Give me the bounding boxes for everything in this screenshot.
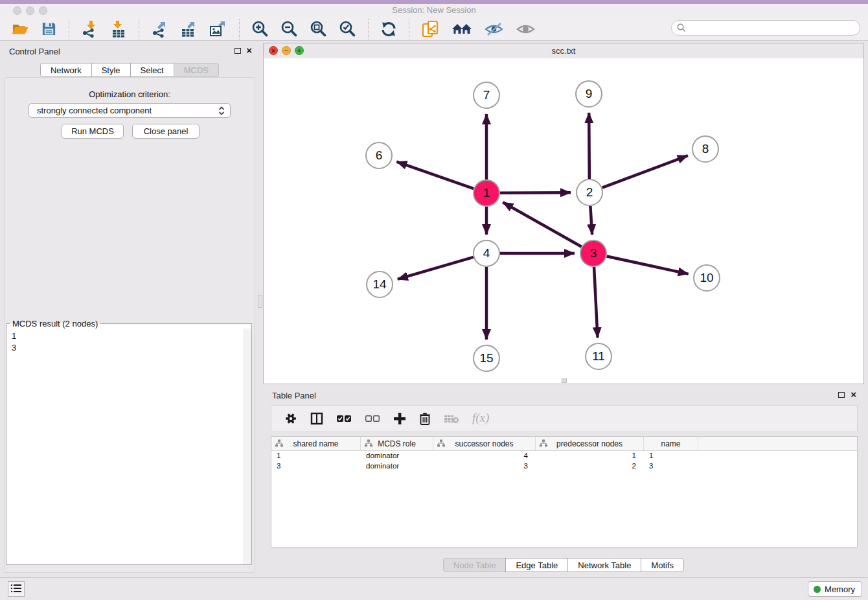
search-input[interactable] xyxy=(671,20,860,36)
graph-edge-3-11[interactable] xyxy=(594,267,597,338)
graph-node-8[interactable]: 8 xyxy=(692,135,719,163)
float-panel-icon[interactable] xyxy=(838,392,845,398)
add-column-button[interactable] xyxy=(392,411,407,426)
control-tab-mcds[interactable]: MCDS xyxy=(174,63,219,77)
panel-splitter-handle[interactable] xyxy=(258,295,262,308)
column-header-predecessor-nodes[interactable]: predecessor nodes xyxy=(536,437,644,450)
graph-edge-2-9[interactable] xyxy=(589,113,589,179)
column-header-shared-name[interactable]: shared name xyxy=(271,437,361,450)
apply-layout-button[interactable] xyxy=(378,19,400,39)
optimization-criterion-select[interactable]: strongly connected component xyxy=(29,103,231,118)
memory-button[interactable]: Memory xyxy=(808,581,862,597)
table-tab-motifs[interactable]: Motifs xyxy=(641,558,684,572)
table-tab-network-table[interactable]: Network Table xyxy=(567,558,641,572)
export-table-icon xyxy=(180,30,198,40)
close-panel-icon[interactable]: × xyxy=(851,389,856,400)
application-window: Session: New Session Control Panel xyxy=(0,0,868,600)
run-mcds-button[interactable]: Run MCDS xyxy=(62,124,124,139)
memory-label: Memory xyxy=(825,584,855,594)
delete-columns-button[interactable] xyxy=(418,411,432,426)
graph-node-7[interactable]: 7 xyxy=(473,82,500,109)
table-toolbar: f(x) xyxy=(271,405,858,432)
float-panel-icon[interactable] xyxy=(234,48,241,54)
control-panel: Control Panel × NetworkStyleSelectMCDS O… xyxy=(0,43,259,577)
result-scrollbar[interactable] xyxy=(244,329,251,564)
graph-edge-4-14[interactable] xyxy=(398,257,474,279)
select-all-button[interactable] xyxy=(335,413,353,424)
clone-network-button[interactable] xyxy=(418,18,442,40)
select-stepper-icon xyxy=(218,105,225,117)
cell-shared-name: 3 xyxy=(271,461,361,472)
graph-node-10[interactable]: 10 xyxy=(693,264,720,292)
graph-node-6[interactable]: 6 xyxy=(365,142,393,169)
show-all-button[interactable] xyxy=(513,20,538,38)
control-tab-network[interactable]: Network xyxy=(40,63,92,77)
hide-selected-button[interactable] xyxy=(481,20,507,38)
network-resize-handle[interactable] xyxy=(562,378,567,383)
graph-node-4[interactable]: 4 xyxy=(473,240,500,267)
column-label: successor nodes xyxy=(455,439,513,448)
graph-node-11[interactable]: 11 xyxy=(585,343,612,370)
save-session-button[interactable] xyxy=(38,19,60,38)
import-table-button[interactable] xyxy=(108,19,130,40)
column-header-name[interactable]: name xyxy=(644,437,698,450)
zoom-in-icon xyxy=(251,30,269,40)
close-panel-button[interactable]: Close panel xyxy=(132,124,200,139)
mcds-result-area[interactable]: 1 3 xyxy=(6,329,251,564)
network-canvas[interactable]: 1234678910111415 xyxy=(264,58,863,384)
cell-predecessor-nodes: 2 xyxy=(536,461,644,472)
table-row[interactable]: 3dominator323 xyxy=(271,461,857,472)
cell-name: 1 xyxy=(644,451,698,461)
graph-edge-2-8[interactable] xyxy=(602,156,688,187)
graph-node-15[interactable]: 15 xyxy=(473,345,500,372)
node-table: shared nameMCDS rolesuccessor nodesprede… xyxy=(271,436,858,548)
fit-content-button[interactable] xyxy=(307,19,330,39)
column-label: name xyxy=(661,439,680,448)
show-columns-button[interactable] xyxy=(309,411,325,426)
hierarchy-icon xyxy=(275,439,283,447)
graph-node-2[interactable]: 2 xyxy=(576,179,603,206)
zoom-in-button[interactable] xyxy=(249,19,271,39)
graph-node-14[interactable]: 14 xyxy=(366,271,393,298)
export-network-button[interactable] xyxy=(148,19,171,40)
graph-edge-3-1[interactable] xyxy=(503,202,581,246)
import-network-button[interactable] xyxy=(78,19,101,40)
graph-edge-1-2[interactable] xyxy=(500,192,571,193)
control-tab-select[interactable]: Select xyxy=(130,63,174,77)
delete-table-button[interactable] xyxy=(442,412,461,426)
graph-node-9[interactable]: 9 xyxy=(575,80,602,108)
graph-edges-layer xyxy=(264,58,863,384)
deselect-all-button[interactable] xyxy=(363,413,382,424)
task-history-button[interactable] xyxy=(8,581,25,597)
first-neighbors-button[interactable] xyxy=(449,19,475,39)
export-table-button[interactable] xyxy=(177,19,200,40)
table-tab-edge-table[interactable]: Edge Table xyxy=(505,558,568,572)
toolbar-separator xyxy=(139,19,139,40)
zoom-selected-icon xyxy=(339,30,356,40)
table-settings-button[interactable] xyxy=(283,411,299,426)
eye-slash-icon xyxy=(484,29,504,39)
export-image-button[interactable] xyxy=(207,19,230,40)
optimization-criterion-label: Optimization criterion: xyxy=(5,89,255,99)
column-header-mcds-role[interactable]: MCDS role xyxy=(361,437,433,450)
graph-node-3[interactable]: 3 xyxy=(580,240,607,267)
toolbar-separator xyxy=(368,19,369,40)
cell-predecessor-nodes: 1 xyxy=(536,451,644,461)
unchecked-boxes-icon xyxy=(365,415,380,425)
table-tab-node-table[interactable]: Node Table xyxy=(443,558,507,572)
graph-node-1[interactable]: 1 xyxy=(473,179,500,207)
import-network-icon xyxy=(81,30,98,40)
zoom-out-button[interactable] xyxy=(278,19,301,39)
fx-icon: f(x) xyxy=(472,411,489,424)
graph-edge-1-6[interactable] xyxy=(396,162,474,189)
graph-edge-3-10[interactable] xyxy=(607,256,689,273)
equation-builder-button[interactable]: f(x) xyxy=(471,417,490,421)
control-tab-style[interactable]: Style xyxy=(91,63,131,77)
open-session-button[interactable] xyxy=(8,19,32,39)
column-header-successor-nodes[interactable]: successor nodes xyxy=(433,437,536,450)
zoom-selected-button[interactable] xyxy=(336,19,359,39)
close-panel-icon[interactable]: × xyxy=(246,45,252,56)
graph-edge-2-3[interactable] xyxy=(590,206,592,235)
control-panel-header: Control Panel × xyxy=(0,43,259,60)
table-row[interactable]: 1dominator411 xyxy=(271,451,857,461)
